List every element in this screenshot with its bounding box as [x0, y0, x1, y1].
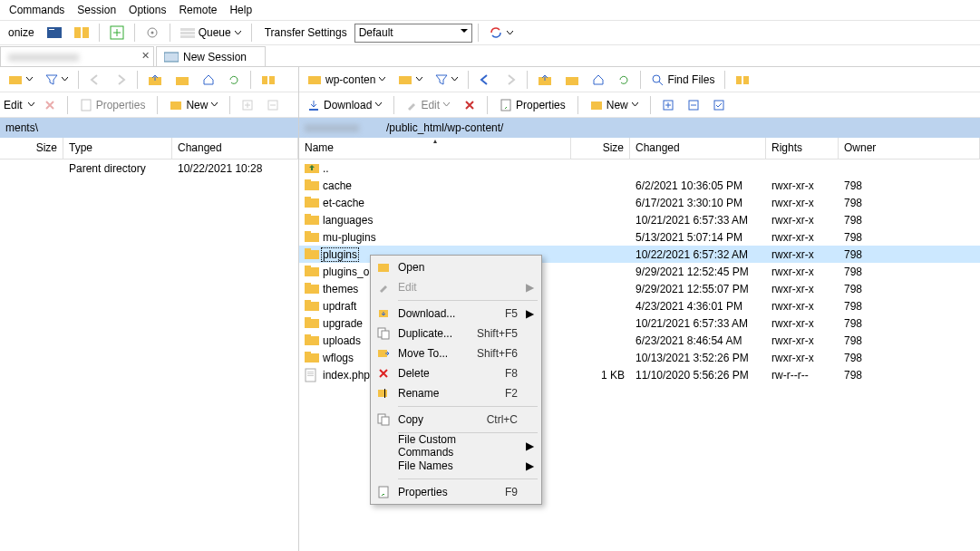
svg-rect-60 — [378, 264, 389, 272]
drive-combo[interactable] — [4, 70, 37, 90]
list-item[interactable]: languages10/21/2021 6:57:33 AMrwxr-xr-x7… — [299, 211, 980, 228]
svg-rect-0 — [47, 27, 62, 38]
remote-delete-icon[interactable] — [460, 95, 480, 115]
remote-properties-button[interactable]: Properties — [495, 95, 570, 115]
remote-dir-combo[interactable]: wp-conten — [303, 70, 390, 90]
menu-separator — [398, 406, 538, 407]
console-icon[interactable] — [43, 23, 66, 43]
forward-icon — [110, 70, 131, 90]
menu-item-properties[interactable]: PropertiesF9 — [373, 482, 539, 502]
blank-icon — [376, 459, 391, 473]
col-changed[interactable]: Changed — [172, 138, 298, 159]
col-type[interactable]: Type — [63, 138, 172, 159]
svg-rect-53 — [305, 334, 311, 338]
up-folder-icon — [305, 161, 319, 176]
svg-rect-45 — [305, 266, 311, 269]
refresh-both-icon[interactable] — [484, 23, 518, 43]
menu-session[interactable]: Session — [72, 2, 121, 18]
menu-item-delete[interactable]: DeleteF8 — [373, 363, 539, 383]
menu-item-rename[interactable]: RenameF2 — [373, 383, 539, 403]
two-pane-icon[interactable] — [70, 23, 93, 43]
local-file-list[interactable]: Parent directory10/22/2021 10:28 — [0, 160, 298, 551]
local-path-bar: ments\ — [0, 118, 298, 138]
menu-commands[interactable]: Commands — [4, 2, 70, 18]
delete-icon — [40, 95, 60, 115]
queue-button[interactable]: Queue — [176, 23, 246, 43]
folder-icon — [305, 334, 319, 348]
menu-item-download[interactable]: Download...F5▶ — [373, 304, 539, 324]
col-size[interactable]: Size — [571, 138, 630, 159]
svg-rect-29 — [591, 102, 602, 110]
refresh-icon[interactable] — [223, 70, 245, 90]
menu-item-move-to[interactable]: Move To...Shift+F6 — [373, 343, 539, 363]
svg-rect-16 — [82, 100, 91, 111]
svg-rect-49 — [305, 300, 311, 304]
col-size[interactable]: Size — [0, 138, 63, 159]
close-icon[interactable]: ✕ — [141, 50, 150, 62]
list-item[interactable]: Parent directory10/22/2021 10:28 — [0, 160, 298, 177]
menu-item-copy[interactable]: CopyCtrl+C — [373, 410, 539, 430]
menu-item-duplicate[interactable]: Duplicate...Shift+F5 — [373, 324, 539, 343]
select-all-icon[interactable] — [709, 95, 729, 115]
duplicate-icon — [376, 326, 391, 341]
open-icon — [376, 260, 391, 275]
collapse-all-icon[interactable] — [684, 95, 703, 115]
svg-rect-26 — [743, 76, 749, 84]
menu-options[interactable]: Options — [123, 2, 171, 18]
tab-active-session[interactable]: xxxxxxxxxxxxx ✕ — [0, 46, 154, 66]
remote-drive-icon[interactable] — [393, 70, 427, 90]
tab-new-session[interactable]: New Session — [156, 46, 266, 66]
col-owner[interactable]: Owner — [839, 138, 980, 159]
svg-rect-14 — [262, 76, 267, 84]
remote-root-icon[interactable] — [560, 70, 584, 90]
svg-rect-66 — [384, 389, 385, 398]
col-name[interactable]: ▴Name — [299, 138, 571, 159]
remote-refresh-icon[interactable] — [613, 70, 635, 90]
svg-rect-20 — [308, 76, 321, 84]
root-dir-icon[interactable] — [170, 70, 194, 90]
menu-item-open[interactable]: Open — [373, 257, 539, 277]
remote-home-icon[interactable] — [587, 70, 609, 90]
preferences-icon[interactable] — [141, 23, 164, 43]
filter-icon[interactable] — [41, 70, 73, 90]
menu-item-file-custom-commands[interactable]: File Custom Commands▶ — [373, 436, 539, 456]
remote-sync-dirs-icon[interactable] — [731, 70, 754, 90]
svg-rect-28 — [501, 100, 510, 111]
list-item[interactable]: mu-plugins5/13/2021 5:07:14 PMrwxr-xr-x7… — [299, 228, 980, 246]
remote-new-button[interactable]: New — [586, 95, 643, 115]
move-icon — [376, 346, 391, 361]
list-item[interactable]: et-cache6/17/2021 3:30:10 PMrwxr-xr-x798 — [299, 194, 980, 211]
separator — [170, 24, 170, 42]
expand-all-icon[interactable] — [658, 95, 678, 115]
col-rights[interactable]: Rights — [766, 138, 839, 159]
sync-browse-icon[interactable] — [105, 23, 129, 43]
menu-remote[interactable]: Remote — [173, 2, 222, 18]
main-toolbar: onize Queue Transfer Settings Default — [0, 20, 980, 45]
edit-button-partial[interactable]: Edit — [4, 99, 23, 111]
sync-dirs-icon[interactable] — [257, 70, 280, 90]
remote-filter-icon[interactable] — [431, 70, 462, 90]
download-button[interactable]: Download — [303, 95, 386, 115]
folder-icon — [305, 299, 319, 314]
synchronize-button[interactable]: onize — [4, 23, 39, 43]
menu-help[interactable]: Help — [224, 2, 257, 18]
separator — [99, 24, 100, 42]
properties-button: Properties — [75, 95, 150, 115]
transfer-settings-combo[interactable]: Default — [354, 24, 472, 43]
remote-back-icon[interactable] — [474, 70, 496, 90]
find-files-button[interactable]: Find Files — [646, 70, 719, 90]
new-button[interactable]: New — [165, 95, 222, 115]
remote-parent-icon[interactable] — [533, 70, 557, 90]
svg-rect-68 — [382, 417, 389, 425]
svg-rect-65 — [378, 390, 387, 397]
home-icon[interactable] — [198, 70, 219, 90]
remote-edit-button[interactable]: Edit — [402, 95, 454, 115]
rename-icon — [376, 386, 391, 401]
parent-dir-icon[interactable] — [143, 70, 167, 90]
menu-item-file-names[interactable]: File Names▶ — [373, 456, 539, 476]
col-changed[interactable]: Changed — [630, 138, 766, 159]
separator — [478, 24, 479, 42]
list-item[interactable]: cache6/2/2021 10:36:05 PMrwxr-xr-x798 — [299, 177, 980, 194]
svg-rect-25 — [736, 76, 742, 84]
list-item[interactable]: .. — [299, 160, 980, 177]
